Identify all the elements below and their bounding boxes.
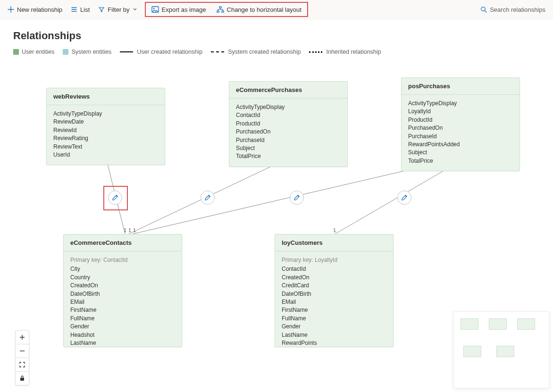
legend-system-rel: System created relationship [211,49,301,55]
entity-attribute: RewardPoints [282,339,386,347]
pencil-icon [401,194,408,201]
pencil-icon [204,194,211,201]
export-image-button[interactable]: Export as image [149,0,209,18]
filter-icon [98,6,105,13]
zoom-out-button[interactable] [16,344,29,358]
entity-attribute: ActivityTypeDisplay [408,100,513,108]
legend-user-rel: User created relationship [120,49,202,55]
entity-attribute: TotalPrice [408,157,513,165]
layout-label: Change to horizontal layout [227,6,302,13]
list-label: List [80,6,90,13]
svg-rect-10 [20,378,24,381]
svg-rect-2 [219,7,221,8]
export-label: Export as image [162,6,206,13]
entity-pospurchases[interactable]: posPurchases ActivityTypeDisplayLoyaltyI… [401,77,520,171]
entity-attribute: TotalPrice [236,152,341,160]
entity-attribute: UserId [53,151,158,159]
new-relationship-button[interactable]: New relationship [5,0,65,18]
minimap-entity [489,318,507,330]
pencil-icon [293,194,300,201]
entity-attribute: ActivityTypeDisplay [236,103,341,111]
entity-ecommercecontacts[interactable]: eCommerceContacts Primary key: ContactId… [63,234,182,347]
plus-icon [8,6,14,13]
cardinality-one: 1 [128,227,131,233]
entity-title: eCommerceContacts [64,234,182,251]
entity-attribute: City [70,265,175,273]
entity-attrs: ActivityTypeDisplayReviewDateReviewIdRev… [47,105,165,165]
entity-title: eCommercePurchases [229,82,347,99]
entity-attribute: ContactId [282,265,386,273]
entity-attribute: RewardPointsAdded [408,141,513,149]
edit-relationship-button[interactable] [397,191,411,205]
hierarchy-icon [217,6,224,13]
list-icon [71,6,77,13]
entity-webreviews[interactable]: webReviews ActivityTypeDisplayReviewDate… [46,88,165,165]
entity-attribute: FullName [282,315,386,323]
svg-point-1 [153,8,154,9]
toolbar: New relationship List Filter by Export a… [0,0,553,19]
entity-attribute: DateOfBirth [70,290,175,298]
minimap[interactable] [453,311,549,388]
entity-attribute: FirstName [70,306,175,314]
change-layout-button[interactable]: Change to horizontal layout [214,0,304,18]
filter-label: Filter by [108,6,129,13]
minimap-entity [461,318,478,330]
entity-title: posPurchases [402,78,519,95]
entity-attribute: FullName [70,315,175,323]
expand-icon [19,362,25,367]
minimap-entity [463,346,481,357]
legend: User entities System entities User creat… [13,49,540,55]
entity-attribute: CreatedOn [282,274,386,282]
entity-title: webReviews [47,88,165,105]
entity-attribute: CreatedOn [70,282,175,290]
image-icon [151,6,159,13]
entity-attribute: ActivityTypeDisplay [53,110,158,118]
chevron-down-icon [133,7,137,12]
edit-relationship-button[interactable] [201,191,215,205]
entity-loycustomers[interactable]: loyCustomers Primary key: LoyaltyId Cont… [275,234,394,347]
search-icon [480,6,487,13]
edit-relationship-button[interactable] [290,191,304,205]
entity-attribute: DateOfBirth [282,290,386,298]
entity-attribute: Subject [408,149,513,157]
list-button[interactable]: List [68,0,92,18]
entity-attribute: ReviewId [53,126,158,134]
search-placeholder: Search relationships [490,6,545,13]
entity-title: loyCustomers [275,234,393,251]
cardinality-one: 1 [333,227,336,233]
fit-to-screen-button[interactable] [16,358,29,372]
legend-user-entities: User entities [13,49,54,55]
search-relationships[interactable]: Search relationships [480,6,545,13]
entity-attribute: PurchasedOn [408,124,513,132]
entity-attribute: ProductId [408,116,513,124]
page-header: Relationships User entities System entit… [0,19,553,55]
page-title: Relationships [13,30,540,42]
entity-attrs: Primary key: LoyaltyId ContactIdCreatedO… [275,251,393,347]
entity-ecommercepurchases[interactable]: eCommercePurchases ActivityTypeDisplayCo… [229,81,348,167]
lock-layout-button[interactable] [16,372,29,385]
entity-attribute: ContactId [236,111,341,119]
cardinality-one: 1 [133,227,136,233]
entity-attribute: EMail [282,298,386,306]
entity-attribute: Country [70,274,175,282]
entity-attrs: Primary key: ContactId CityCountryCreate… [64,251,182,347]
pencil-icon [112,194,118,201]
diagram-canvas[interactable]: * * * * 1 1 1 1 webReviews ActivityTypeD… [0,74,553,392]
entity-attribute: Gender [70,323,175,331]
entity-attribute: EMail [70,298,175,306]
svg-point-5 [481,7,485,11]
svg-rect-4 [222,11,224,12]
entity-attribute: LoyaltyId [408,108,513,116]
svg-rect-3 [217,11,219,12]
zoom-in-button[interactable] [16,331,29,344]
minimap-entity [517,318,535,330]
entity-attribute: ReviewText [53,143,158,151]
entity-attribute: LastName [70,339,175,347]
zoom-controls [15,330,29,385]
entity-attribute: ProductId [236,120,341,128]
entity-attribute: Gender [282,323,386,331]
edit-relationship-button[interactable] [108,191,122,205]
filter-by-button[interactable]: Filter by [95,0,140,18]
plus-icon [19,334,25,340]
legend-system-entities: System entities [63,49,111,55]
